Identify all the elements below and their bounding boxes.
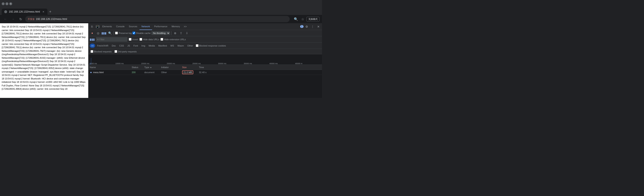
- tab-sources[interactable]: Sources: [127, 23, 139, 30]
- tab-favicon: [4, 10, 7, 13]
- preserve-log-label[interactable]: Preserve log: [115, 32, 132, 34]
- sort-arrow-icon: ▲: [150, 66, 152, 68]
- filter-funnel-icon: ▿: [97, 38, 98, 41]
- th-type[interactable]: Type ▲: [144, 66, 161, 69]
- tab-console[interactable]: Console: [114, 23, 127, 30]
- devtools-inspect-icon[interactable]: ⎘: [89, 24, 95, 29]
- type-doc-button[interactable]: Doc: [110, 44, 118, 48]
- search-button[interactable]: 🔍: [107, 31, 112, 36]
- network-toolbar: ● ◎ ▮▮▮ 🔍 Preserve log Disable cache No …: [88, 30, 322, 36]
- hide-data-urls-checkbox[interactable]: [140, 38, 142, 41]
- extension-mode-button[interactable]: 无痕模式: [306, 17, 320, 22]
- url-box: 不安全 192.168.126.132/mess.html: [25, 16, 290, 22]
- filter-input[interactable]: [99, 38, 124, 41]
- type-filters-bar: All Fetch/XHR Doc CSS JS Font Img Media …: [88, 43, 322, 49]
- more-tabs-button[interactable]: >>: [182, 24, 188, 29]
- disable-cache-label[interactable]: Disable cache: [132, 32, 150, 34]
- blocked-requests-label[interactable]: Blocked requests: [90, 50, 112, 53]
- extra-filters-bar: Blocked requests 3rd-party requests: [88, 49, 322, 54]
- type-media-button[interactable]: Media: [147, 44, 156, 48]
- tab-close-button[interactable]: ✕: [42, 10, 45, 13]
- forward-button[interactable]: →: [10, 16, 16, 22]
- disable-cache-checkbox[interactable]: [132, 32, 135, 34]
- minimize-button[interactable]: —: [2, 2, 4, 5]
- tab-network[interactable]: Network: [140, 23, 152, 30]
- type-other-button[interactable]: Other: [186, 44, 194, 48]
- console-badge: 1: [300, 25, 304, 28]
- hide-data-urls-label[interactable]: Hide data URLs: [140, 38, 160, 41]
- filter-toggle-button[interactable]: ▮▮▮: [102, 31, 106, 36]
- blocked-response-cookies-checkbox[interactable]: [196, 44, 198, 47]
- tab-bar: 192.168.126.132/mess.html ✕ +: [0, 7, 322, 15]
- type-ws-button[interactable]: WS: [169, 44, 176, 48]
- devtools-right-icons: 1 ⚙ ⋮ ✕: [300, 24, 321, 29]
- type-img-button[interactable]: Img: [140, 44, 146, 48]
- type-fetch-xhr-button[interactable]: Fetch/XHR: [96, 44, 110, 48]
- back-button[interactable]: ←: [2, 16, 8, 22]
- new-tab-button[interactable]: +: [48, 9, 52, 15]
- maximize-button[interactable]: □: [6, 2, 8, 5]
- td-type: document: [144, 71, 161, 74]
- th-status[interactable]: Status: [132, 66, 144, 69]
- td-name: ■ mess.html: [90, 71, 132, 74]
- tl-bar-1: [90, 63, 90, 65]
- td-status: 200: [132, 71, 144, 74]
- devtools-close-icon[interactable]: ✕: [316, 24, 321, 29]
- devtools-settings-icon[interactable]: ⚙: [304, 24, 310, 29]
- filter-icon-button[interactable]: ▮▮▮: [90, 37, 95, 42]
- bookmark-button[interactable]: ☆: [300, 16, 306, 22]
- active-tab[interactable]: 192.168.126.132/mess.html ✕: [2, 8, 48, 15]
- invert-filter-label[interactable]: Invert: [129, 38, 138, 41]
- wifi-icon[interactable]: ⊗: [173, 31, 178, 36]
- hide-extension-urls-checkbox[interactable]: [160, 38, 163, 41]
- traffic-lights: — □ ✕: [2, 2, 12, 5]
- type-manifest-button[interactable]: Manifest: [157, 44, 168, 48]
- type-wasm-button[interactable]: Wasm: [176, 44, 186, 48]
- timeline-bars: [88, 58, 322, 65]
- th-time[interactable]: Time: [199, 66, 321, 69]
- throttle-select[interactable]: No throttling: [152, 31, 170, 35]
- search-icon-button[interactable]: 🔍: [293, 16, 299, 22]
- url-display: 192.168.126.132/mess.html: [36, 18, 67, 20]
- address-bar: ← → ↻ 不安全 192.168.126.132/mess.html 🔍 ☆ …: [0, 15, 322, 23]
- filter-input-wrap: ▿: [96, 37, 128, 42]
- record-button[interactable]: ●: [90, 31, 95, 36]
- title-bar: — □ ✕: [0, 0, 322, 7]
- th-name[interactable]: Name: [90, 66, 132, 69]
- tab-memory[interactable]: Memory: [170, 23, 182, 30]
- blocked-response-cookies-label[interactable]: Blocked response cookies: [196, 44, 226, 47]
- td-time: 32.40 s: [199, 71, 321, 74]
- table-row[interactable]: ■ mess.html 200 document Other 21.0 MB 3…: [88, 70, 322, 75]
- tl-line-blue: [91, 58, 91, 65]
- devtools-more-icon[interactable]: ⋮: [310, 24, 315, 29]
- type-all-button[interactable]: All: [90, 44, 95, 48]
- th-size[interactable]: Size: [182, 66, 199, 69]
- page-content: Sep 18 10:54:01 mysql-2 NetworkManager[7…: [0, 23, 88, 98]
- type-css-button[interactable]: CSS: [118, 44, 126, 48]
- size-value-highlight: 21.0 MB: [182, 70, 193, 74]
- page-text: Sep 18 10:54:01 mysql-2 NetworkManager[7…: [2, 25, 86, 91]
- type-font-button[interactable]: Font: [132, 44, 140, 48]
- tab-label: 192.168.126.132/mess.html: [9, 10, 40, 13]
- export-har-button[interactable]: ⇧: [178, 31, 184, 36]
- hide-extension-urls-label[interactable]: Hide extension URLs: [160, 38, 186, 41]
- tab-elements[interactable]: Elements: [100, 23, 114, 30]
- toolbar-divider-2: [171, 31, 172, 35]
- invert-checkbox[interactable]: [129, 38, 132, 41]
- import-har-button[interactable]: ⇩: [184, 31, 190, 36]
- filter-bar: ▮▮▮ ▿ Invert Hide data URLs Hide extensi…: [88, 36, 322, 43]
- td-size: 21.0 MB: [182, 70, 199, 74]
- network-table: ■ mess.html 200 document Other 21.0 MB 3…: [88, 70, 322, 98]
- devtools-device-icon[interactable]: 📳: [95, 24, 100, 29]
- third-party-requests-checkbox[interactable]: [114, 50, 117, 53]
- th-initiator[interactable]: Initiator: [161, 66, 182, 69]
- close-button[interactable]: ✕: [9, 2, 12, 5]
- reload-button[interactable]: ↻: [18, 16, 24, 22]
- blocked-requests-checkbox[interactable]: [90, 50, 93, 53]
- third-party-requests-label[interactable]: 3rd-party requests: [114, 50, 136, 53]
- tab-performance[interactable]: Performance: [152, 23, 170, 30]
- clear-button[interactable]: ◎: [96, 31, 100, 36]
- devtools-panel: ⎘ 📳 Elements Console Sources Network Per…: [88, 23, 322, 98]
- preserve-log-checkbox[interactable]: [115, 32, 118, 34]
- type-js-button[interactable]: JS: [126, 44, 132, 48]
